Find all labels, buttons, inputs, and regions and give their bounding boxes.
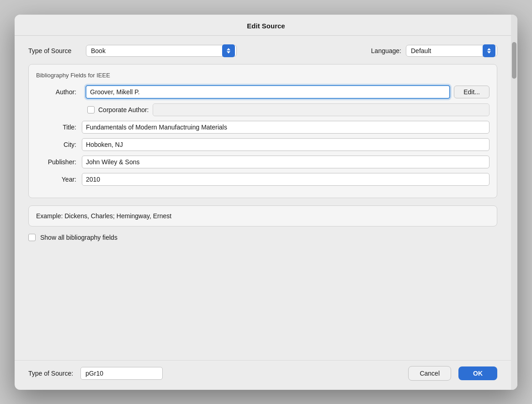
year-input[interactable] xyxy=(82,173,489,186)
publisher-row: Publisher: xyxy=(36,156,489,168)
scrollbar-thumb[interactable] xyxy=(512,42,516,79)
city-input[interactable] xyxy=(82,138,489,151)
author-input[interactable] xyxy=(85,85,450,99)
dialog-titlebar: Edit Source xyxy=(15,15,517,36)
year-row: Year: xyxy=(36,173,489,186)
corporate-author-label: Corporate Author: xyxy=(98,106,149,113)
cancel-button[interactable]: Cancel xyxy=(408,366,451,381)
language-select-wrapper: Default English French German Spanish xyxy=(406,45,497,57)
title-input[interactable] xyxy=(82,121,489,134)
example-text: Example: Dickens, Charles; Hemingway, Er… xyxy=(36,212,171,220)
dialog-title: Edit Source xyxy=(247,22,285,30)
example-section: Example: Dickens, Charles; Hemingway, Er… xyxy=(28,205,497,226)
corporate-author-checkbox[interactable] xyxy=(87,106,95,113)
bibliography-section: Bibliography Fields for IEEE Author: Edi… xyxy=(28,64,497,198)
scrollbar[interactable] xyxy=(511,15,517,390)
author-row: Author: Edit... xyxy=(36,85,489,99)
language-row: Language: Default English French German … xyxy=(371,45,497,57)
city-row: City: xyxy=(36,138,489,151)
show-all-checkbox[interactable] xyxy=(28,234,36,241)
footer-type-of-source-label: Type of Source: xyxy=(28,370,73,377)
city-label: City: xyxy=(36,141,82,148)
ok-button[interactable]: OK xyxy=(458,366,497,380)
author-label: Author: xyxy=(36,88,82,96)
edit-button[interactable]: Edit... xyxy=(454,86,489,98)
show-all-label: Show all bibliography fields xyxy=(40,234,117,241)
source-type-select-wrapper: Book Article Website Journal Article Rep… xyxy=(86,45,237,57)
title-row: Title: xyxy=(36,121,489,134)
publisher-input[interactable] xyxy=(82,156,489,168)
source-type-select[interactable]: Book Article Website Journal Article Rep… xyxy=(86,45,237,57)
language-label: Language: xyxy=(371,47,401,54)
corporate-author-row: Corporate Author: xyxy=(36,103,489,116)
language-select[interactable]: Default English French German Spanish xyxy=(406,45,497,57)
title-label: Title: xyxy=(36,124,82,131)
dialog-footer: Type of Source: Cancel OK xyxy=(15,360,511,390)
corporate-author-input[interactable] xyxy=(153,103,489,116)
edit-source-dialog: Edit Source Type of Source Book Article … xyxy=(15,15,517,390)
source-type-row: Type of Source Book Article Website Jour… xyxy=(28,45,497,57)
publisher-label: Publisher: xyxy=(36,158,82,166)
show-all-row: Show all bibliography fields xyxy=(28,234,497,241)
bibliography-title: Bibliography Fields for IEEE xyxy=(36,72,489,79)
year-label: Year: xyxy=(36,176,82,183)
footer-type-of-source-input[interactable] xyxy=(80,367,163,380)
source-type-label: Type of Source xyxy=(28,47,79,54)
dialog-body: Type of Source Book Article Website Jour… xyxy=(15,36,511,360)
